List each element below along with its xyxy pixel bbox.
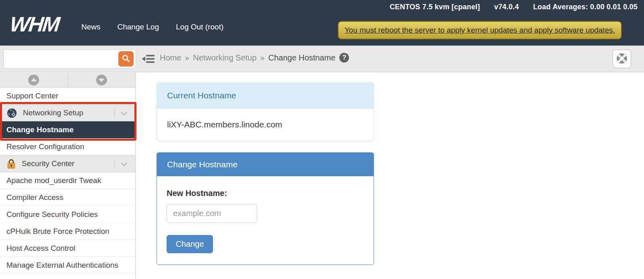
sidebar-menu: Support CenterNetworking SetupChange Hos… (0, 87, 135, 274)
arrow-down-icon (96, 75, 107, 85)
load-averages-label: Load Averages: 0.00 0.01 0.05 (533, 3, 638, 11)
help-icon[interactable]: ? (339, 53, 349, 62)
sidebar-item-networking-setup[interactable]: Networking Setup (0, 104, 135, 121)
sidebar-item-support-center[interactable]: Support Center (0, 87, 135, 104)
top-header: CENTOS 7.5 kvm [cpanel] v74.0.4 Load Ave… (0, 0, 644, 46)
top-nav: News Change Log Log Out (root) (64, 23, 223, 31)
sidebar-item-host-access-control[interactable]: Host Access Control (0, 240, 135, 257)
scroll-down-button[interactable] (68, 73, 136, 87)
nav-change-log[interactable]: Change Log (117, 23, 159, 31)
current-hostname-panel-title: Current Hostname (157, 83, 374, 108)
system-label: CENTOS 7.5 kvm [cpanel] (390, 3, 480, 11)
sidebar-item-label: cPHulk Brute Force Protection (6, 227, 109, 236)
change-hostname-panel: Change Hostname New Hostname: Change (157, 152, 374, 265)
sidebar-item-label: Support Center (6, 92, 58, 100)
nav-log-out[interactable]: Log Out (root) (176, 23, 223, 31)
nav-news[interactable]: News (81, 23, 101, 31)
search-box (3, 49, 136, 69)
sidebar-item-label: Manage External Authentications (6, 261, 118, 270)
sidebar-item-configure-security-policies[interactable]: Configure Security Policies (0, 206, 135, 223)
main-content: Current Hostname liXY-ABC.members.linode… (136, 73, 644, 279)
sidebar-item-label: Change Hostname (6, 125, 74, 134)
scroll-up-button[interactable] (0, 73, 68, 87)
breadcrumb-separator: » (185, 53, 189, 62)
search-input[interactable] (8, 51, 116, 67)
breadcrumb-networking-setup[interactable]: Networking Setup (193, 53, 256, 62)
sidebar-item-cphulk-brute-force-protection[interactable]: cPHulk Brute Force Protection (0, 223, 135, 240)
toolbar: Home » Networking Setup » Change Hostnam… (0, 46, 644, 72)
support-button[interactable] (613, 50, 631, 68)
sidebar-item-label: Host Access Control (6, 244, 75, 253)
server-status-line: CENTOS 7.5 kvm [cpanel] v74.0.4 Load Ave… (378, 3, 638, 11)
change-hostname-panel-title: Change Hostname (157, 153, 374, 176)
lifesaver-icon (616, 52, 628, 66)
change-button[interactable]: Change (167, 235, 213, 253)
version-label: v74.0.4 (494, 3, 519, 11)
whm-logo[interactable]: WHM (9, 14, 65, 35)
sidebar-item-label: Apache mod_userdir Tweak (6, 176, 101, 185)
arrow-up-icon (28, 75, 39, 85)
breadcrumb-home[interactable]: Home (160, 53, 181, 62)
sidebar-item-label: Networking Setup (23, 108, 83, 117)
sidebar-item-security-center[interactable]: Security Center (0, 155, 135, 172)
breadcrumb: Home » Networking Setup » Change Hostnam… (160, 53, 349, 62)
new-hostname-input[interactable] (167, 204, 257, 223)
section-divider (114, 158, 115, 169)
new-hostname-label: New Hostname: (167, 189, 227, 198)
collapse-sidebar-icon[interactable] (142, 54, 155, 65)
sidebar-item-apache-mod-userdir-tweak[interactable]: Apache mod_userdir Tweak (0, 172, 135, 189)
sidebar-scroll-controls (0, 73, 135, 87)
search-button[interactable] (118, 51, 134, 67)
section-divider (114, 108, 115, 118)
sidebar: Support CenterNetworking SetupChange Hos… (0, 73, 136, 279)
sidebar-item-manage-external-authentications[interactable]: Manage External Authentications (0, 257, 135, 274)
sidebar-item-compiler-access[interactable]: Compiler Access (0, 189, 135, 206)
sidebar-item-label: Security Center (22, 159, 74, 168)
breadcrumb-current-page: Change Hostname (268, 53, 335, 62)
sidebar-item-label: Resolver Configuration (6, 142, 84, 151)
chevron-down-icon[interactable] (121, 109, 128, 115)
breadcrumb-separator: » (260, 53, 264, 62)
sidebar-item-resolver-configuration[interactable]: Resolver Configuration (0, 138, 135, 155)
current-hostname-value: liXY-ABC.members.linode.com (157, 108, 374, 141)
sidebar-item-label: Configure Security Policies (6, 210, 98, 219)
globe-wrench-icon (6, 108, 17, 119)
padlock-icon (6, 158, 16, 169)
sidebar-item-change-hostname[interactable]: Change Hostname (0, 121, 135, 138)
reboot-alert-link[interactable]: You must reboot the server to apply kern… (338, 21, 622, 40)
current-hostname-panel: Current Hostname liXY-ABC.members.linode… (157, 83, 374, 142)
search-icon (121, 54, 131, 65)
sidebar-item-label: Compiler Access (6, 193, 64, 202)
chevron-down-icon[interactable] (121, 160, 128, 166)
